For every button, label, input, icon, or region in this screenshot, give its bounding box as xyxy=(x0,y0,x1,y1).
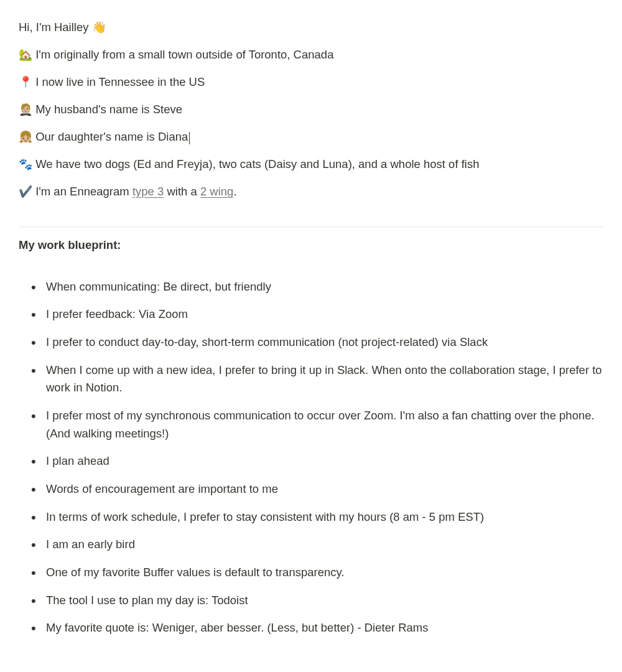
blueprint-heading: My work blueprint: xyxy=(19,238,603,252)
list-item: My favorite quote is: Weniger, aber bess… xyxy=(29,619,603,637)
house-icon: 🏡 xyxy=(19,49,32,61)
intro-daughter-text: Our daughter's name is Diana xyxy=(32,130,188,143)
list-item: Words of encouragement are important to … xyxy=(29,480,603,498)
enneagram-prefix: I'm an Enneagram xyxy=(32,185,132,198)
intro-greeting: Hi, I'm Hailley 👋 xyxy=(19,19,603,36)
paw-icon: 🐾 xyxy=(19,158,32,170)
intro-location-text: I now live in Tennessee in the US xyxy=(32,75,205,88)
tuxedo-icon: 🤵🏼 xyxy=(19,103,32,116)
blueprint-list: When communicating: Be direct, but frien… xyxy=(19,278,603,637)
list-item: When I come up with a new idea, I prefer… xyxy=(29,362,603,397)
intro-pets-text: We have two dogs (Ed and Freyja), two ca… xyxy=(32,157,479,170)
intro-husband-text: My husband's name is Steve xyxy=(32,103,182,116)
intro-daughter: 👧🏼 Our daughter's name is Diana xyxy=(19,128,603,146)
list-item: I prefer most of my synchronous communic… xyxy=(29,407,603,442)
list-item: I am an early bird xyxy=(29,536,603,554)
check-icon: ✔️ xyxy=(19,185,32,198)
pin-icon: 📍 xyxy=(19,76,32,88)
list-item: When communicating: Be direct, but frien… xyxy=(29,278,603,296)
intro-pets: 🐾 We have two dogs (Ed and Freyja), two … xyxy=(19,156,603,173)
girl-icon: 👧🏼 xyxy=(19,131,32,143)
list-item: One of my favorite Buffer values is defa… xyxy=(29,564,603,582)
list-item: The tool I use to plan my day is: Todois… xyxy=(29,592,603,610)
intro-enneagram: ✔️ I'm an Enneagram type 3 with a 2 wing… xyxy=(19,183,603,200)
text-cursor-icon xyxy=(189,132,190,144)
enneagram-wing-link[interactable]: 2 wing xyxy=(200,185,233,198)
enneagram-type-link[interactable]: type 3 xyxy=(132,185,164,198)
intro-husband: 🤵🏼 My husband's name is Steve xyxy=(19,101,603,118)
list-item: In terms of work schedule, I prefer to s… xyxy=(29,508,603,526)
enneagram-mid: with a xyxy=(164,185,200,198)
intro-section: Hi, I'm Hailley 👋 🏡 I'm originally from … xyxy=(19,19,603,200)
enneagram-suffix: . xyxy=(233,185,236,198)
list-item: I plan ahead xyxy=(29,452,603,470)
list-item: I prefer feedback: Via Zoom xyxy=(29,306,603,324)
intro-origin-text: I'm originally from a small town outside… xyxy=(32,48,333,61)
intro-greeting-text: Hi, I'm Hailley 👋 xyxy=(19,21,106,34)
intro-origin: 🏡 I'm originally from a small town outsi… xyxy=(19,46,603,63)
section-divider xyxy=(19,226,603,227)
intro-location: 📍 I now live in Tennessee in the US xyxy=(19,73,603,91)
list-item: I prefer to conduct day-to-day, short-te… xyxy=(29,334,603,352)
